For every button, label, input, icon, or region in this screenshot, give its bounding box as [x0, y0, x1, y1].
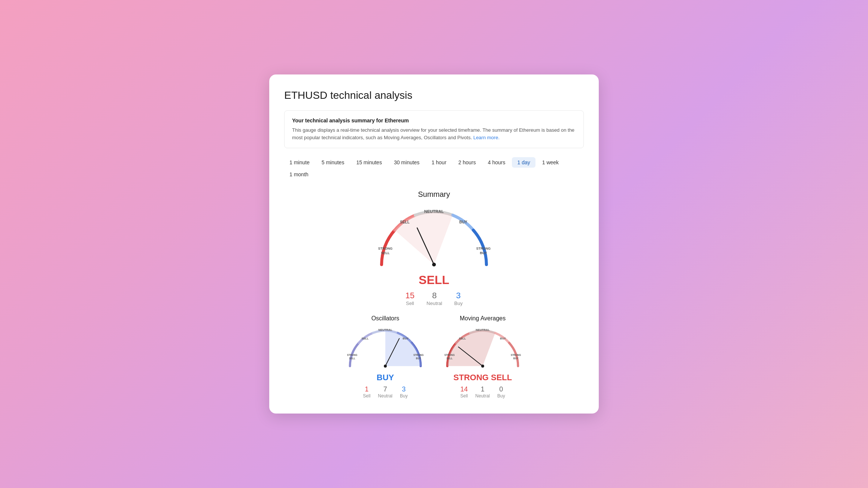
timeframe-tab-1-week[interactable]: 1 week: [537, 157, 564, 168]
timeframe-tab-1-hour[interactable]: 1 hour: [426, 157, 452, 168]
svg-text:STRONG: STRONG: [511, 354, 521, 356]
page-title: ETHUSD technical analysis: [284, 89, 584, 101]
svg-text:SELL: SELL: [381, 251, 390, 255]
summary-gauge: NEUTRAL SELL BUY STRONG SELL STRONG BUY: [374, 205, 494, 270]
ma-buy-count: 0 Buy: [497, 385, 505, 399]
summary-box-desc: This gauge displays a real-time technica…: [292, 126, 576, 141]
svg-text:BUY: BUY: [416, 357, 421, 360]
svg-text:STRONG: STRONG: [413, 354, 424, 356]
summary-box: Your technical analysis summary for Ethe…: [284, 110, 584, 148]
svg-text:STRONG: STRONG: [476, 247, 491, 250]
summary-sell-count: 15 Sell: [406, 291, 415, 306]
osc-buy-count: 3 Buy: [400, 385, 408, 399]
timeframe-tab-30-minutes[interactable]: 30 minutes: [389, 157, 425, 168]
svg-text:BUY: BUY: [403, 337, 409, 340]
moving-averages-gauge: NEUTRAL SELL BUY STRONG SELL STRONG BUY: [441, 326, 524, 370]
timeframe-tab-4-hours[interactable]: 4 hours: [483, 157, 511, 168]
svg-text:SELL: SELL: [361, 337, 368, 340]
ma-sell-count: 14 Sell: [460, 385, 468, 399]
moving-averages-section: Moving Averages NEUTRAL: [441, 315, 524, 399]
svg-text:SELL: SELL: [349, 357, 355, 360]
learn-more-link[interactable]: Learn more.: [473, 135, 500, 140]
svg-text:STRONG: STRONG: [378, 247, 393, 250]
summary-gauge-counts: 15 Sell 8 Neutral 3 Buy: [406, 291, 463, 306]
svg-text:BUY: BUY: [500, 337, 506, 340]
oscillators-title: Oscillators: [371, 315, 400, 322]
oscillators-counts: 1 Sell 7 Neutral 3 Buy: [363, 385, 407, 399]
summary-buy-count: 3 Buy: [454, 291, 462, 306]
oscillators-result: BUY: [377, 373, 394, 382]
timeframe-tab-1-month[interactable]: 1 month: [284, 169, 314, 180]
svg-text:BUY: BUY: [480, 251, 487, 255]
moving-averages-title: Moving Averages: [460, 315, 506, 322]
svg-text:NEUTRAL: NEUTRAL: [476, 328, 490, 332]
timeframe-tab-5-minutes[interactable]: 5 minutes: [316, 157, 350, 168]
svg-text:SELL: SELL: [446, 357, 452, 360]
svg-point-8: [432, 263, 436, 266]
timeframe-tab-1-day[interactable]: 1 day: [512, 157, 535, 168]
summary-neutral-count: 8 Neutral: [427, 291, 442, 306]
summary-box-title: Your technical analysis summary for Ethe…: [292, 118, 576, 123]
timeframe-tab-1-minute[interactable]: 1 minute: [284, 157, 315, 168]
ma-neutral-count: 1 Neutral: [475, 385, 490, 399]
summary-gauge-result: SELL: [419, 273, 449, 287]
timeframe-tab-2-hours[interactable]: 2 hours: [453, 157, 481, 168]
oscillators-gauge: NEUTRAL SELL BUY STRONG SELL STRONG BUY: [344, 326, 427, 370]
svg-text:STRONG: STRONG: [347, 354, 357, 356]
svg-point-26: [481, 365, 484, 367]
moving-averages-result: STRONG SELL: [453, 373, 512, 382]
svg-text:NEUTRAL: NEUTRAL: [424, 209, 444, 214]
svg-text:STRONG: STRONG: [444, 354, 455, 356]
oscillators-section: Oscillators NEUTRAL: [344, 315, 427, 399]
svg-point-17: [384, 365, 387, 367]
svg-text:SELL: SELL: [400, 220, 410, 224]
svg-text:NEUTRAL: NEUTRAL: [378, 328, 392, 332]
moving-averages-counts: 14 Sell 1 Neutral 0 Buy: [460, 385, 505, 399]
summary-section-title: Summary: [284, 190, 584, 199]
sub-gauges: Oscillators NEUTRAL: [284, 315, 584, 399]
osc-sell-count: 1 Sell: [363, 385, 370, 399]
svg-text:SELL: SELL: [459, 337, 466, 340]
timeframe-tab-15-minutes[interactable]: 15 minutes: [351, 157, 387, 168]
svg-text:BUY: BUY: [459, 220, 467, 224]
osc-neutral-count: 7 Neutral: [378, 385, 392, 399]
svg-text:BUY: BUY: [513, 357, 519, 360]
summary-gauge-container: NEUTRAL SELL BUY STRONG SELL STRONG BUY …: [284, 205, 584, 306]
main-card: ETHUSD technical analysis Your technical…: [269, 74, 599, 414]
timeframe-tabs: 1 minute5 minutes15 minutes30 minutes1 h…: [284, 157, 584, 180]
